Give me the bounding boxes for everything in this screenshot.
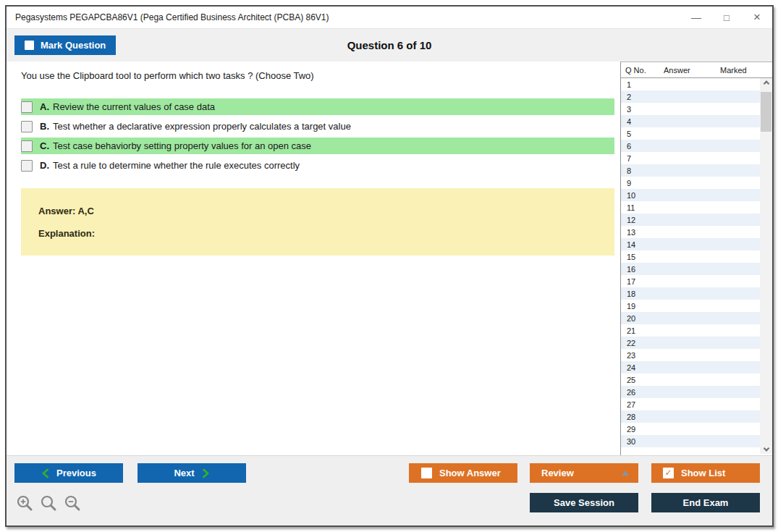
- header-strip: Mark Question Question 6 of 10: [7, 28, 772, 62]
- question-list-row[interactable]: 6: [621, 140, 760, 152]
- question-list-row[interactable]: 19: [621, 300, 760, 312]
- options-list: A.Review the current values of case data…: [21, 98, 614, 174]
- mark-question-checkbox-icon[interactable]: [25, 41, 34, 50]
- question-number: 27: [627, 400, 635, 409]
- answer-option[interactable]: B.Test whether a declarative expression …: [21, 118, 614, 135]
- question-list-row[interactable]: 4: [621, 115, 760, 127]
- question-list-row[interactable]: 18: [621, 287, 760, 300]
- footer-bar: Previous Next Show Answer Review ✓ Show …: [7, 455, 772, 525]
- end-exam-button[interactable]: End Exam: [651, 493, 760, 512]
- question-list-row[interactable]: 23: [621, 349, 760, 361]
- option-checkbox[interactable]: [21, 140, 33, 152]
- show-answer-button[interactable]: Show Answer: [409, 463, 517, 483]
- question-list-row[interactable]: 25: [621, 373, 760, 386]
- save-session-button[interactable]: Save Session: [530, 493, 638, 512]
- question-list-row[interactable]: 3: [621, 103, 760, 115]
- question-list-row[interactable]: 21: [621, 324, 760, 337]
- question-number: 11: [627, 203, 635, 212]
- option-letter: A.: [40, 101, 49, 112]
- answer-box: Answer: A,C Explanation:: [21, 188, 614, 256]
- chevron-right-icon: [202, 468, 210, 478]
- question-list-row[interactable]: 26: [621, 386, 760, 398]
- minimize-icon: —: [691, 12, 701, 23]
- option-checkbox[interactable]: [21, 160, 33, 172]
- option-checkbox[interactable]: [21, 101, 33, 113]
- zoom-in-icon[interactable]: [16, 494, 33, 512]
- question-list-row[interactable]: 29: [621, 423, 760, 435]
- question-number: 19: [627, 302, 635, 311]
- question-number: 28: [627, 413, 635, 421]
- show-list-checkbox-icon[interactable]: ✓: [663, 468, 674, 478]
- option-letter: B.: [40, 121, 49, 132]
- question-number: 23: [627, 351, 635, 360]
- question-number: 2: [627, 93, 631, 101]
- close-button[interactable]: ×: [742, 7, 772, 28]
- question-number: 10: [627, 191, 635, 200]
- question-number: 13: [627, 228, 635, 237]
- question-list-row[interactable]: 7: [621, 152, 760, 164]
- question-list-row[interactable]: 14: [621, 238, 760, 250]
- question-list-row[interactable]: 15: [621, 250, 760, 263]
- scrollbar-thumb[interactable]: [761, 92, 771, 132]
- question-list-row[interactable]: 30: [621, 435, 760, 447]
- question-list-row[interactable]: 9: [621, 177, 760, 189]
- question-list-row[interactable]: 27: [621, 398, 760, 410]
- question-list-row[interactable]: 5: [621, 127, 760, 140]
- question-number: 5: [627, 130, 631, 138]
- window-title: Pegasystems PEGAPCBA86V1 (Pega Certified…: [15, 12, 329, 22]
- question-list-row[interactable]: 13: [621, 226, 760, 238]
- show-list-label: Show List: [681, 468, 725, 478]
- question-list-row[interactable]: 1: [621, 78, 760, 90]
- question-list-scrollbar[interactable]: [760, 78, 772, 454]
- title-bar: Pegasystems PEGAPCBA86V1 (Pega Certified…: [7, 7, 772, 28]
- show-answer-checkbox-icon[interactable]: [421, 468, 432, 478]
- question-number: 3: [627, 105, 631, 114]
- show-list-button[interactable]: ✓ Show List: [651, 463, 760, 483]
- question-list-row[interactable]: 16: [621, 263, 760, 275]
- save-session-label: Save Session: [554, 497, 614, 508]
- question-list-row[interactable]: 20: [621, 312, 760, 324]
- scroll-up-button[interactable]: [760, 79, 772, 90]
- question-counter: Question 6 of 10: [7, 39, 772, 51]
- answer-option[interactable]: C.Test case behaviorby setting property …: [21, 138, 614, 154]
- zoom-reset-icon[interactable]: [40, 494, 57, 512]
- question-number: 22: [627, 339, 635, 347]
- question-list-header: Q No. Answer Marked: [621, 62, 772, 78]
- question-list-row[interactable]: 11: [621, 201, 760, 214]
- main-area: You use the Clipboard tool to perform wh…: [7, 62, 772, 455]
- question-list-row[interactable]: 8: [621, 164, 760, 177]
- previous-button[interactable]: Previous: [14, 463, 123, 483]
- question-list-row[interactable]: 28: [621, 410, 760, 423]
- answer-label: Answer: A,C: [38, 206, 614, 216]
- question-number: 25: [627, 376, 635, 384]
- question-list-row[interactable]: 10: [621, 189, 760, 201]
- question-number: 26: [627, 388, 635, 397]
- question-number: 24: [627, 363, 635, 372]
- question-list-row[interactable]: 12: [621, 214, 760, 226]
- question-number: 9: [627, 179, 631, 187]
- option-checkbox[interactable]: [21, 121, 33, 132]
- exam-window: Pegasystems PEGAPCBA86V1 (Pega Certified…: [5, 5, 774, 527]
- show-answer-label: Show Answer: [439, 468, 501, 478]
- next-button[interactable]: Next: [138, 463, 246, 483]
- question-list-row[interactable]: 24: [621, 361, 760, 373]
- column-header-answer: Answer: [664, 66, 720, 75]
- answer-option[interactable]: D.Test a rule to determine whether the r…: [21, 157, 614, 174]
- review-button[interactable]: Review: [530, 463, 638, 483]
- minimize-button[interactable]: —: [681, 7, 711, 28]
- question-list-row[interactable]: 2: [621, 90, 760, 103]
- mark-question-label: Mark Question: [41, 40, 106, 51]
- maximize-button[interactable]: □: [711, 7, 742, 28]
- scroll-down-button[interactable]: [760, 442, 772, 453]
- option-text: Test a rule to determine whether the rul…: [53, 160, 300, 171]
- zoom-out-icon[interactable]: [64, 494, 81, 512]
- question-list-panel: Q No. Answer Marked 12345678910111213141…: [620, 62, 772, 455]
- question-list-body: 1234567891011121314151617181920212223242…: [621, 78, 772, 455]
- question-number: 8: [627, 166, 631, 175]
- question-list-row[interactable]: 22: [621, 337, 760, 349]
- chevron-left-icon: [41, 468, 49, 478]
- question-list-rows: 1234567891011121314151617181920212223242…: [621, 78, 760, 455]
- answer-option[interactable]: A.Review the current values of case data: [21, 98, 614, 115]
- mark-question-button[interactable]: Mark Question: [14, 35, 116, 55]
- question-list-row[interactable]: 17: [621, 275, 760, 287]
